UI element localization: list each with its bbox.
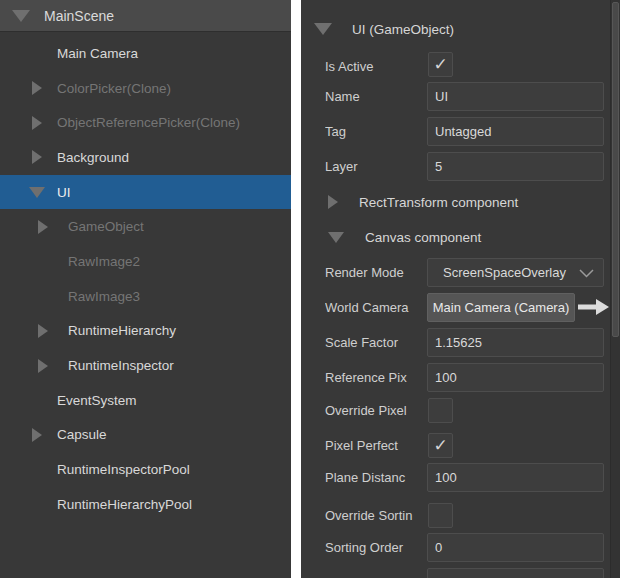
tag-input[interactable]: [427, 117, 604, 146]
hierarchy-item-runtimehierarchy[interactable]: RuntimeHierarchy: [0, 314, 291, 349]
name-input[interactable]: [427, 82, 604, 111]
checkmark-icon: ✓: [433, 437, 447, 454]
collapse-arrow-icon[interactable]: [28, 81, 45, 95]
collapse-arrow-icon[interactable]: [34, 220, 51, 234]
hierarchy-item-main-camera[interactable]: Main Camera: [0, 36, 291, 71]
name-label: Name: [325, 82, 421, 111]
canvas-component-header[interactable]: Canvas component: [301, 224, 481, 250]
clipped-next-field[interactable]: [427, 568, 604, 578]
hierarchy-item-capsule[interactable]: Capsule: [0, 418, 291, 453]
expand-arrow-icon[interactable]: [28, 187, 45, 198]
item-label: EventSystem: [57, 393, 137, 408]
collapse-arrow-icon[interactable]: [28, 116, 45, 130]
goto-reference-arrow-icon[interactable]: [578, 299, 609, 315]
component-title: RectTransform component: [359, 195, 518, 210]
hierarchy-item-background[interactable]: Background: [0, 140, 291, 175]
item-label: ColorPicker(Clone): [57, 81, 171, 96]
sorting-order-label: Sorting Order: [325, 533, 421, 562]
item-label: ObjectReferencePicker(Clone): [57, 115, 240, 130]
tag-label: Tag: [325, 117, 421, 146]
item-label: RawImage3: [68, 289, 140, 304]
inspector-title: UI (GameObject): [352, 22, 454, 37]
layer-input[interactable]: [427, 152, 604, 181]
is-active-checkbox[interactable]: ✓: [428, 52, 453, 77]
hierarchy-item-runtimeinspector[interactable]: RuntimeInspector: [0, 348, 291, 383]
inspector-scrollbar-thumb[interactable]: [612, 2, 619, 337]
hierarchy-item-ui-selected[interactable]: UI: [0, 175, 291, 210]
item-label: Capsule: [57, 427, 107, 442]
hierarchy-item-gameobject[interactable]: GameObject: [0, 209, 291, 244]
plane-distance-label: Plane Distanc: [325, 463, 421, 492]
collapse-arrow-icon[interactable]: [28, 428, 45, 442]
expand-arrow-icon[interactable]: [314, 23, 332, 35]
inspector-header[interactable]: UI (GameObject): [301, 16, 454, 42]
layer-label: Layer: [325, 152, 421, 181]
collapse-arrow-icon[interactable]: [34, 324, 51, 338]
hierarchy-item-objectreferencepicker-clone[interactable]: ObjectReferencePicker(Clone): [0, 105, 291, 140]
override-pixel-checkbox[interactable]: [428, 398, 453, 423]
item-label: RuntimeHierarchy: [68, 323, 176, 338]
expand-arrow-icon[interactable]: [12, 10, 30, 22]
hierarchy-item-runtimehierarchypool[interactable]: RuntimeHierarchyPool: [0, 487, 291, 522]
collapse-arrow-icon[interactable]: [34, 359, 51, 373]
hierarchy-root-mainscene[interactable]: MainScene: [0, 0, 291, 32]
checkmark-icon: ✓: [433, 56, 447, 73]
scale-factor-label: Scale Factor: [325, 328, 421, 357]
scene-name: MainScene: [44, 8, 114, 24]
item-label: RawImage2: [68, 254, 140, 269]
world-camera-object-field[interactable]: Main Camera (Camera): [427, 293, 575, 322]
chevron-down-icon: [579, 269, 594, 278]
item-label: Main Camera: [57, 46, 138, 61]
collapse-arrow-icon[interactable]: [28, 150, 45, 164]
expand-arrow-icon[interactable]: [328, 232, 344, 243]
pixel-perfect-label: Pixel Perfect: [325, 431, 421, 460]
item-label: RuntimeInspectorPool: [57, 462, 190, 477]
item-label: RuntimeHierarchyPool: [57, 497, 192, 512]
item-label: GameObject: [68, 219, 144, 234]
inspector-panel: UI (GameObject) Is Active ✓ Name Tag Lay…: [301, 0, 620, 578]
scale-factor-input[interactable]: [427, 328, 604, 357]
collapse-arrow-icon[interactable]: [328, 195, 338, 209]
component-title: Canvas component: [365, 230, 481, 245]
render-mode-dropdown[interactable]: ScreenSpaceOverlay: [427, 258, 604, 287]
inspector-scrollbar-track[interactable]: [610, 0, 620, 578]
item-label: UI: [57, 185, 71, 200]
hierarchy-item-runtimeinspectorpool[interactable]: RuntimeInspectorPool: [0, 452, 291, 487]
recttransform-component-header[interactable]: RectTransform component: [301, 189, 518, 215]
object-reference-value: Main Camera (Camera): [433, 300, 570, 315]
plane-distance-input[interactable]: [427, 463, 604, 492]
item-label: Background: [57, 150, 129, 165]
reference-pixels-label: Reference Pix: [325, 363, 421, 392]
render-mode-label: Render Mode: [325, 258, 421, 287]
pixel-perfect-checkbox[interactable]: ✓: [428, 433, 453, 458]
hierarchy-item-rawimage3[interactable]: RawImage3: [0, 279, 291, 314]
hierarchy-item-eventsystem[interactable]: EventSystem: [0, 383, 291, 418]
reference-pixels-input[interactable]: [427, 363, 604, 392]
sorting-order-input[interactable]: [427, 533, 604, 562]
hierarchy-item-rawimage2[interactable]: RawImage2: [0, 244, 291, 279]
hierarchy-tree: Main Camera ColorPicker(Clone) ObjectRef…: [0, 32, 291, 522]
hierarchy-item-colorpicker-clone[interactable]: ColorPicker(Clone): [0, 71, 291, 106]
override-sorting-label: Override Sortin: [325, 501, 421, 530]
item-label: RuntimeInspector: [68, 358, 174, 373]
world-camera-label: World Camera: [325, 293, 421, 322]
dropdown-value: ScreenSpaceOverlay: [443, 265, 588, 280]
hierarchy-panel: MainScene Main Camera ColorPicker(Clone)…: [0, 0, 291, 578]
is-active-label: Is Active: [325, 52, 421, 81]
override-pixel-label: Override Pixel: [325, 396, 421, 425]
override-sorting-checkbox[interactable]: [428, 503, 453, 528]
